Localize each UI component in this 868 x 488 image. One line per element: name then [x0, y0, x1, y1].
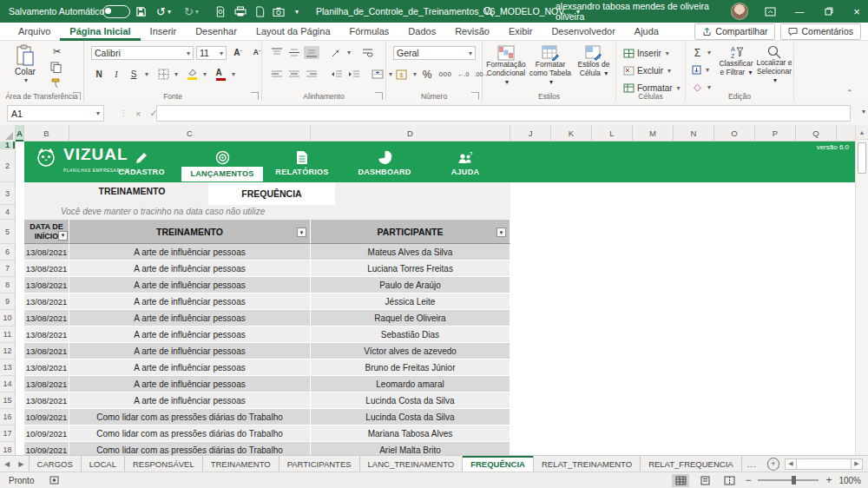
- conditional-formatting-button[interactable]: Formatação Condicional ▾: [484, 45, 528, 86]
- user-name[interactable]: alexsandro tabosa mendes de oliveira oli…: [556, 0, 725, 23]
- table-row[interactable]: 13/08/2021A arte de influênciar pessoasJ…: [24, 293, 510, 310]
- row-header-8[interactable]: 8: [0, 277, 15, 293]
- row-header-14[interactable]: 14: [0, 376, 15, 392]
- align-right-icon[interactable]: [304, 68, 319, 81]
- banner-item-ajuda[interactable]: ? AJUDA: [424, 142, 507, 182]
- collapse-ribbon-icon[interactable]: ⌃: [846, 89, 853, 97]
- table-row[interactable]: 13/08/2021A arte de influênciar pessoasS…: [24, 326, 510, 343]
- row-header-15[interactable]: 15: [0, 392, 15, 409]
- underline-chevron-icon[interactable]: ▾: [145, 70, 148, 78]
- col-header-j[interactable]: J: [510, 125, 551, 142]
- sheet-tab-responsavel[interactable]: RESPONSÁVEL: [125, 456, 203, 472]
- tab-pagina-inicial[interactable]: Página Inicial: [60, 23, 140, 41]
- font-color-button[interactable]: A: [213, 68, 228, 81]
- save-button[interactable]: [135, 0, 147, 23]
- quick-print-icon[interactable]: [234, 0, 247, 23]
- align-top-icon[interactable]: [269, 46, 285, 59]
- hscroll-right-icon[interactable]: ▶: [851, 458, 863, 470]
- row-header-3[interactable]: 3: [0, 182, 15, 205]
- italic-button[interactable]: I: [108, 68, 124, 81]
- row-header-11[interactable]: 11: [0, 326, 15, 343]
- decrease-indent-icon[interactable]: [328, 68, 344, 81]
- row-header-1[interactable]: 1: [0, 142, 15, 149]
- delete-cells-button[interactable]: Excluir▾: [623, 64, 671, 77]
- col-header-o[interactable]: O: [714, 125, 755, 142]
- page-layout-view-icon[interactable]: [696, 474, 713, 487]
- qat-customize-chevron-icon[interactable]: ▾: [293, 0, 299, 23]
- col-header-a[interactable]: A: [16, 125, 24, 142]
- col-header-n[interactable]: N: [674, 125, 714, 142]
- sheet-tab-local[interactable]: LOCAL: [82, 456, 125, 472]
- formula-bar-expand-icon[interactable]: ▾: [862, 108, 865, 115]
- autosum-button[interactable]: Σ▾: [691, 46, 711, 59]
- orientation-button[interactable]: [328, 46, 344, 59]
- row-header-2[interactable]: 2: [0, 149, 15, 182]
- tab-exibir[interactable]: Exibir: [499, 23, 542, 41]
- tab-desenvolvedor[interactable]: Desenvolvedor: [542, 23, 624, 41]
- col-header-q[interactable]: Q: [796, 125, 837, 142]
- restore-button[interactable]: [816, 0, 842, 23]
- close-button[interactable]: ×: [844, 0, 868, 23]
- undo-button[interactable]: ↺▾: [156, 0, 171, 23]
- row-header-10[interactable]: 10: [0, 310, 15, 326]
- sheet-tab-relat-frequencia[interactable]: RELAT_FREQUENCIA: [641, 456, 741, 472]
- clipboard-dialog-launcher-icon[interactable]: [73, 92, 81, 100]
- table-row[interactable]: 13/08/2021A arte de influênciar pessoasL…: [24, 376, 510, 392]
- number-format-combo[interactable]: Geral▾: [393, 46, 476, 60]
- table-row[interactable]: 13/08/2021A arte de influênciar pessoasL…: [24, 260, 510, 277]
- vertical-scroll-thumb[interactable]: [858, 142, 866, 174]
- subtab-frequencia[interactable]: FREQUÊNCIA: [208, 182, 335, 205]
- tab-ajuda[interactable]: Ajuda: [625, 23, 668, 41]
- tab-dados[interactable]: Dados: [398, 23, 445, 41]
- table-row[interactable]: 10/09/2021Como lidar com as pressões diá…: [24, 425, 510, 442]
- camera-icon[interactable]: [273, 0, 285, 23]
- cell-styles-button[interactable]: Estilos de Célula ▾: [573, 45, 615, 78]
- align-center-icon[interactable]: [286, 68, 302, 81]
- row-header-16[interactable]: 16: [0, 409, 15, 425]
- sheet-nav-left-icon[interactable]: ◀: [0, 456, 14, 472]
- sheet-tabs-overflow[interactable]: ...: [742, 456, 762, 472]
- col-header-d[interactable]: D: [311, 125, 510, 142]
- tab-arquivo[interactable]: Arquivo: [9, 23, 60, 41]
- filter-button-participante[interactable]: ▼: [496, 228, 506, 237]
- row-header-6[interactable]: 6: [0, 244, 15, 260]
- zoom-slider-thumb[interactable]: [792, 476, 796, 485]
- normal-view-icon[interactable]: [672, 474, 689, 487]
- search-icon[interactable]: [483, 0, 494, 23]
- table-row[interactable]: 10/09/2021Como lidar com as pressões diá…: [24, 409, 510, 425]
- banner-item-relatorios[interactable]: RELATÓRIOS: [260, 142, 344, 182]
- sort-filter-button[interactable]: AZ Classificar e Filtrar ▾: [717, 45, 755, 77]
- accounting-format-button[interactable]: $: [393, 68, 409, 81]
- sheet-tab-lanc-treinamento[interactable]: LANC_TREINAMENTO: [360, 456, 464, 472]
- banner-item-cadastro[interactable]: CADASTRO: [100, 142, 183, 182]
- align-left-icon[interactable]: [269, 68, 285, 81]
- alignment-dialog-launcher-icon[interactable]: [375, 92, 383, 100]
- row-header-7[interactable]: 7: [0, 260, 15, 277]
- sheet-nav-right-icon[interactable]: ▶: [14, 456, 28, 472]
- align-bottom-icon[interactable]: [304, 46, 319, 59]
- col-header-c[interactable]: C: [69, 125, 311, 142]
- align-middle-icon[interactable]: [286, 46, 302, 59]
- col-header-m[interactable]: M: [633, 125, 674, 142]
- col-header-l[interactable]: L: [592, 125, 633, 142]
- table-row[interactable]: 13/08/2021A arte de influênciar pessoasV…: [24, 343, 510, 359]
- zoom-slider[interactable]: [758, 479, 819, 481]
- horizontal-scrollbar[interactable]: ◀ ▶: [785, 458, 863, 470]
- paste-button[interactable]: Colar ▾: [9, 44, 42, 84]
- underline-button[interactable]: S: [126, 68, 141, 81]
- fill-color-button[interactable]: [184, 68, 200, 81]
- bold-button[interactable]: N: [91, 68, 107, 81]
- col-header-partial[interactable]: [837, 125, 855, 142]
- zoom-in-icon[interactable]: +: [825, 474, 832, 486]
- sheet-tab-cargos[interactable]: CARGOS: [29, 456, 82, 472]
- row-header-12[interactable]: 12: [0, 343, 15, 359]
- grow-font-button[interactable]: Aˆ: [230, 46, 246, 59]
- sheet-tab-participantes[interactable]: PARTICIPANTES: [279, 456, 360, 472]
- tab-revisao[interactable]: Revisão: [445, 23, 499, 41]
- table-row[interactable]: 13/08/2021A arte de influênciar pessoasR…: [24, 310, 510, 326]
- page-break-view-icon[interactable]: [720, 474, 738, 487]
- row-header-9[interactable]: 9: [0, 293, 15, 310]
- col-header-p[interactable]: P: [755, 125, 796, 142]
- tab-layout-da-pagina[interactable]: Layout da Página: [247, 23, 340, 41]
- tab-inserir[interactable]: Inserir: [141, 23, 187, 41]
